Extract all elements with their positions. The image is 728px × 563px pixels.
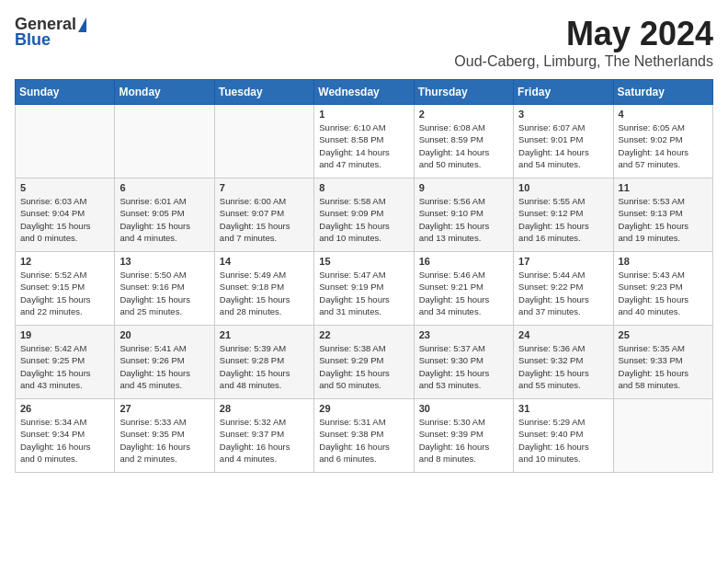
calendar-cell: 21Sunrise: 5:39 AMSunset: 9:28 PMDayligh… (214, 326, 313, 399)
day-number: 23 (419, 329, 508, 340)
cell-text: Daylight: 15 hours (119, 220, 209, 232)
cell-text: Sunset: 9:39 PM (419, 428, 508, 440)
cell-text: Sunset: 9:23 PM (619, 281, 708, 293)
calendar-cell: 24Sunrise: 5:36 AMSunset: 9:32 PMDayligh… (514, 326, 613, 399)
calendar-cell: 23Sunrise: 5:37 AMSunset: 9:30 PMDayligh… (414, 326, 513, 399)
day-number: 10 (518, 182, 608, 193)
calendar-cell: 29Sunrise: 5:31 AMSunset: 9:38 PMDayligh… (314, 399, 414, 473)
cell-text: Daylight: 15 hours (319, 367, 408, 379)
cell-text: and 4 minutes. (119, 232, 209, 244)
calendar-cell: 17Sunrise: 5:44 AMSunset: 9:22 PMDayligh… (514, 252, 613, 326)
calendar-cell: 14Sunrise: 5:49 AMSunset: 9:18 PMDayligh… (214, 252, 313, 326)
cell-text: Sunset: 9:04 PM (20, 207, 109, 219)
day-number: 16 (419, 256, 508, 267)
cell-text: and 48 minutes. (220, 379, 309, 391)
cell-text: and 10 minutes. (518, 453, 608, 465)
day-number: 9 (419, 182, 508, 193)
cell-text: Daylight: 16 hours (119, 441, 209, 453)
day-number: 4 (619, 109, 708, 120)
cell-text: Sunset: 9:37 PM (220, 428, 309, 440)
cell-text: Daylight: 15 hours (319, 220, 408, 232)
day-number: 5 (20, 182, 109, 193)
cell-text: and 34 minutes. (419, 305, 508, 317)
cell-text: Daylight: 16 hours (518, 441, 608, 453)
cell-text: Sunset: 9:32 PM (518, 354, 608, 366)
calendar-cell: 5Sunrise: 6:03 AMSunset: 9:04 PMDaylight… (16, 178, 115, 252)
calendar-cell: 10Sunrise: 5:55 AMSunset: 9:12 PMDayligh… (514, 178, 613, 252)
cell-text: Daylight: 15 hours (419, 293, 508, 305)
calendar-cell (16, 105, 115, 178)
cell-text: Daylight: 15 hours (20, 367, 109, 379)
cell-text: Sunset: 9:28 PM (220, 354, 309, 366)
cell-text: Daylight: 15 hours (20, 293, 109, 305)
cell-text: and 10 minutes. (319, 232, 408, 244)
calendar-cell: 31Sunrise: 5:29 AMSunset: 9:40 PMDayligh… (514, 399, 613, 473)
calendar-table: SundayMondayTuesdayWednesdayThursdayFrid… (15, 79, 713, 473)
calendar-cell: 25Sunrise: 5:35 AMSunset: 9:33 PMDayligh… (613, 326, 712, 399)
cell-text: Daylight: 15 hours (220, 220, 309, 232)
cell-text: Daylight: 15 hours (220, 367, 309, 379)
calendar-cell (214, 105, 313, 178)
cell-text: Sunrise: 5:31 AM (319, 416, 408, 428)
cell-text: Daylight: 15 hours (518, 220, 608, 232)
cell-text: Sunrise: 5:52 AM (20, 269, 109, 281)
cell-text: Daylight: 15 hours (319, 293, 408, 305)
calendar-cell: 13Sunrise: 5:50 AMSunset: 9:16 PMDayligh… (115, 252, 214, 326)
cell-text: and 19 minutes. (619, 232, 708, 244)
calendar-cell: 20Sunrise: 5:41 AMSunset: 9:26 PMDayligh… (115, 326, 214, 399)
day-number: 22 (319, 329, 408, 340)
cell-text: and 7 minutes. (220, 232, 309, 244)
cell-text: and 25 minutes. (119, 305, 209, 317)
calendar-cell: 2Sunrise: 6:08 AMSunset: 8:59 PMDaylight… (414, 105, 513, 178)
cell-text: and 57 minutes. (619, 158, 708, 170)
calendar-cell: 22Sunrise: 5:38 AMSunset: 9:29 PMDayligh… (314, 326, 414, 399)
day-number: 13 (119, 256, 209, 267)
calendar-cell: 3Sunrise: 6:07 AMSunset: 9:01 PMDaylight… (514, 105, 613, 178)
day-number: 7 (220, 182, 309, 193)
header-thursday: Thursday (414, 80, 513, 105)
day-number: 2 (419, 109, 508, 120)
cell-text: Sunset: 9:40 PM (518, 428, 608, 440)
day-number: 31 (518, 403, 608, 414)
calendar-cell: 12Sunrise: 5:52 AMSunset: 9:15 PMDayligh… (16, 252, 115, 326)
cell-text: Sunrise: 5:32 AM (220, 416, 309, 428)
cell-text: Daylight: 16 hours (419, 441, 508, 453)
cell-text: Sunrise: 5:39 AM (220, 342, 309, 354)
cell-text: and 8 minutes. (419, 453, 508, 465)
cell-text: Daylight: 14 hours (419, 146, 508, 158)
day-number: 24 (518, 329, 608, 340)
cell-text: Sunrise: 5:38 AM (319, 342, 408, 354)
cell-text: and 37 minutes. (518, 305, 608, 317)
cell-text: Sunrise: 5:58 AM (319, 195, 408, 207)
cell-text: Sunrise: 5:43 AM (619, 269, 708, 281)
cell-text: Sunset: 9:02 PM (619, 133, 708, 145)
cell-text: and 16 minutes. (518, 232, 608, 244)
cell-text: Sunset: 9:12 PM (518, 207, 608, 219)
calendar-cell: 26Sunrise: 5:34 AMSunset: 9:34 PMDayligh… (16, 399, 115, 473)
calendar-week-row: 1Sunrise: 6:10 AMSunset: 8:58 PMDaylight… (16, 105, 713, 178)
cell-text: Sunrise: 5:35 AM (619, 342, 708, 354)
day-number: 6 (119, 182, 209, 193)
cell-text: Sunrise: 6:08 AM (419, 121, 508, 133)
day-number: 15 (319, 256, 408, 267)
cell-text: Sunrise: 5:44 AM (518, 269, 608, 281)
cell-text: Daylight: 15 hours (419, 367, 508, 379)
calendar-week-row: 19Sunrise: 5:42 AMSunset: 9:25 PMDayligh… (16, 326, 713, 399)
cell-text: Sunrise: 6:01 AM (119, 195, 209, 207)
day-number: 30 (419, 403, 508, 414)
cell-text: and 0 minutes. (20, 453, 109, 465)
header-tuesday: Tuesday (214, 80, 313, 105)
header-friday: Friday (514, 80, 613, 105)
page-header: General Blue May 2024 Oud-Caberg, Limbur… (15, 15, 713, 70)
cell-text: Sunset: 9:35 PM (119, 428, 209, 440)
day-number: 26 (20, 403, 109, 414)
cell-text: Sunset: 9:01 PM (518, 133, 608, 145)
day-number: 1 (319, 109, 408, 120)
logo-blue: Blue (15, 30, 51, 50)
cell-text: Sunset: 9:29 PM (319, 354, 408, 366)
cell-text: Sunrise: 5:34 AM (20, 416, 109, 428)
cell-text: Sunrise: 5:50 AM (119, 269, 209, 281)
day-number: 20 (119, 329, 209, 340)
cell-text: Sunset: 8:58 PM (319, 133, 408, 145)
cell-text: Sunset: 9:25 PM (20, 354, 109, 366)
